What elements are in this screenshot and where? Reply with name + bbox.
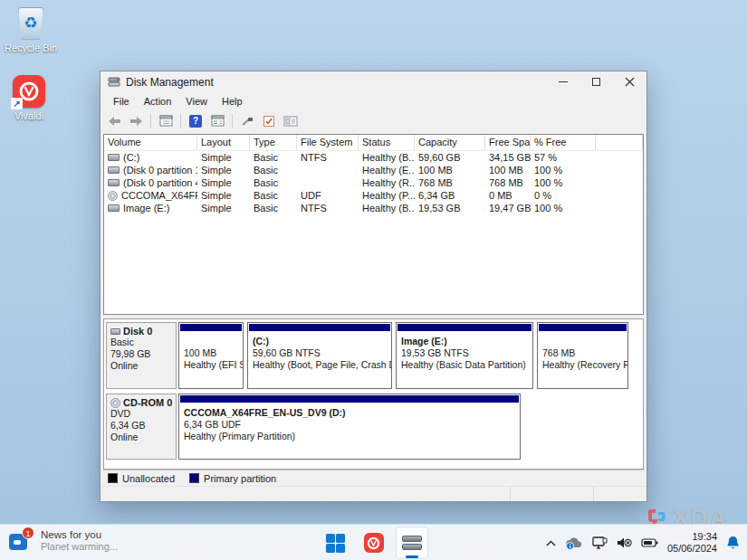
cell-capacity: 19,53 GB <box>415 203 485 214</box>
column-header-status[interactable]: Status <box>359 135 415 150</box>
menu-view[interactable]: View <box>178 94 215 109</box>
partition-status: Healthy (Boot, Page File, Crash Dump <box>253 359 387 371</box>
cell-type: Basic <box>250 190 297 201</box>
cell-status: Healthy (R... <box>359 177 415 188</box>
window-title: Disk Management <box>126 76 214 89</box>
widget-title: News for you <box>41 529 118 541</box>
desktop-icon-label: Vivaldi <box>0 110 62 121</box>
volume-list: Volume Layout Type File System Status Ca… <box>103 134 644 315</box>
cell-percent-free: 100 % <box>531 177 596 188</box>
column-header-capacity[interactable]: Capacity <box>415 135 485 150</box>
properties-window-button[interactable] <box>208 112 226 129</box>
toolbar-separator <box>232 114 233 128</box>
onedrive-cloud-icon[interactable] <box>565 536 583 550</box>
partition-size: 100 MB <box>184 347 238 359</box>
column-header-free-space[interactable]: Free Spa... <box>485 135 531 150</box>
cell-capacity: 100 MB <box>415 165 485 176</box>
disk-icon <box>110 328 120 335</box>
partition-status: Healthy (Basic Data Partition) <box>401 359 528 371</box>
disk-management-window: Disk Management File Action View Help <box>100 71 647 502</box>
start-button[interactable] <box>320 527 352 559</box>
partition-status: Healthy (EFI S <box>184 359 238 371</box>
volume-muted-icon[interactable] <box>617 536 632 549</box>
action-tool-button[interactable] <box>238 112 256 129</box>
partition-size: 59,60 GB NTFS <box>253 347 387 359</box>
minimize-button[interactable] <box>546 71 579 92</box>
cdrom0-label-panel[interactable]: CD-ROM 0 DVD 6,34 GB Online <box>106 394 177 460</box>
partition-color-band <box>539 324 627 331</box>
column-header-type[interactable]: Type <box>250 135 297 150</box>
console-tree-button[interactable] <box>157 112 175 129</box>
notification-bell-icon[interactable] <box>726 536 740 550</box>
cell-type: Basic <box>250 152 297 163</box>
volume-row[interactable]: Image (E:) Simple Basic NTFS Healthy (B.… <box>104 202 643 214</box>
properties-button[interactable] <box>282 112 300 129</box>
menu-file[interactable]: File <box>106 94 137 109</box>
tray-chevron-up-icon[interactable] <box>546 540 556 546</box>
volume-row[interactable]: (Disk 0 partition 4) Simple Basic Health… <box>104 176 643 189</box>
titlebar[interactable]: Disk Management <box>101 71 646 92</box>
network-display-icon[interactable] <box>592 536 608 550</box>
column-header-layout[interactable]: Layout <box>197 135 250 150</box>
partition-block-recovery[interactable]: 768 MB Healthy (Recovery Pa <box>537 322 628 389</box>
taskbar-vivaldi-button[interactable] <box>358 527 390 559</box>
toolbar-separator <box>180 114 181 128</box>
column-header-file-system[interactable]: File System <box>297 135 359 150</box>
widgets-button[interactable]: 1 News for you Planet warming... <box>9 529 118 553</box>
partition-block-image-e[interactable]: Image (E:) 19,53 GB NTFS Healthy (Basic … <box>396 322 533 389</box>
legend-unallocated: Unallocated <box>108 473 175 484</box>
cell-status: Healthy (B... <box>359 203 415 214</box>
primary-partition-swatch <box>189 473 199 483</box>
drive-icon <box>108 179 120 186</box>
volume-row[interactable]: CCCOMA_X64FRE... Simple Basic UDF Health… <box>104 189 643 202</box>
volume-row[interactable]: (C:) Simple Basic NTFS Healthy (B... 59,… <box>104 151 643 164</box>
drive-icon <box>108 166 120 174</box>
cell-type: Basic <box>250 203 297 214</box>
column-header-percent-free[interactable]: % Free <box>531 135 596 150</box>
partition-block-c[interactable]: (C:) 59,60 GB NTFS Healthy (Boot, Page F… <box>247 322 392 389</box>
menu-action[interactable]: Action <box>137 94 179 109</box>
disk-kind: DVD <box>110 408 172 420</box>
legend-label: Primary partition <box>204 473 276 484</box>
help-button[interactable]: ? <box>187 112 205 129</box>
back-button[interactable] <box>105 112 123 129</box>
status-pane <box>594 487 646 501</box>
taskbar-disk-management-button[interactable] <box>396 527 428 559</box>
cell-type: Basic <box>250 177 297 188</box>
volume-row[interactable]: (Disk 0 partition 1) Simple Basic Health… <box>104 164 643 176</box>
cell-free-space: 100 MB <box>485 165 531 176</box>
cell-volume: (Disk 0 partition 4) <box>123 177 197 188</box>
cell-volume: Image (E:) <box>123 203 169 214</box>
forward-button[interactable] <box>127 112 145 129</box>
toolbar-separator <box>150 114 151 128</box>
desktop-icon-recycle-bin[interactable]: Recycle Bin <box>0 7 63 53</box>
wand-icon <box>241 116 254 127</box>
battery-icon[interactable] <box>641 537 658 548</box>
partition-name <box>542 336 623 347</box>
disk-kind: Basic <box>110 337 172 348</box>
partition-block-efi[interactable]: 100 MB Healthy (EFI S <box>178 322 244 389</box>
cd-icon <box>110 398 120 408</box>
column-header-volume[interactable]: Volume <box>104 135 197 150</box>
menu-help[interactable]: Help <box>215 94 250 109</box>
partition-block-dvd[interactable]: CCCOMA_X64FRE_EN-US_DV9 (D:) 6,34 GB UDF… <box>178 394 521 460</box>
disk0-label-panel[interactable]: Disk 0 Basic 79,98 GB Online <box>106 322 177 389</box>
legend-label: Unallocated <box>122 473 175 484</box>
maximize-button[interactable] <box>579 71 613 92</box>
taskbar: 1 News for you Planet warming... <box>0 524 747 560</box>
minimize-icon <box>559 81 568 82</box>
partition-color-band <box>180 324 242 331</box>
volume-list-header: Volume Layout Type File System Status Ca… <box>104 135 643 151</box>
recycle-bin-icon <box>18 7 43 40</box>
desktop-icon-vivaldi[interactable]: ↗ Vivaldi <box>0 75 62 121</box>
partition-name: CCCOMA_X64FRE_EN-US_DV9 (D:) <box>184 407 515 419</box>
check-disk-button[interactable] <box>260 112 278 129</box>
partition-status: Healthy (Recovery Pa <box>542 359 623 371</box>
forward-icon <box>129 116 143 127</box>
taskbar-clock[interactable]: 19:34 05/06/2024 <box>667 531 717 555</box>
cell-file-system: NTFS <box>297 152 359 163</box>
close-button[interactable] <box>613 71 646 92</box>
partition-name <box>184 336 238 347</box>
cell-volume: CCCOMA_X64FRE... <box>121 190 197 201</box>
partition-name: (C:) <box>253 336 387 347</box>
